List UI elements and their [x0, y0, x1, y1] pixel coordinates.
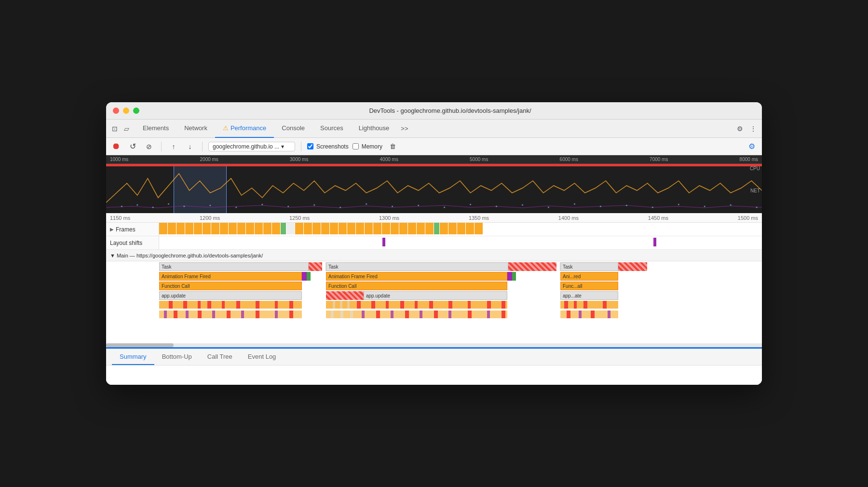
svg-rect-36: [289, 301, 293, 309]
memory-checkbox-group[interactable]: Memory: [353, 143, 382, 150]
svg-rect-72: [376, 311, 380, 318]
frame-block: [466, 223, 475, 234]
download-button[interactable]: ↓: [184, 140, 196, 153]
svg-rect-47: [448, 301, 452, 309]
layout-shift-marker-1: [382, 238, 385, 246]
detail-tick-1500: 1500 ms: [738, 215, 758, 221]
layout-shifts-content: [159, 236, 762, 249]
detail-tick-1450: 1450 ms: [648, 215, 668, 221]
device-icon[interactable]: ▱: [122, 124, 131, 134]
timeline-ruler-overview: 1000 ms 2000 ms 3000 ms 4000 ms 5000 ms …: [106, 155, 762, 164]
close-button[interactable]: [113, 108, 119, 114]
frame-block: [176, 223, 185, 234]
tab-bar: ⊡ ▱ Elements Network ⚠ Performance Conso…: [106, 120, 762, 138]
svg-rect-74: [405, 311, 409, 318]
frame-block: [263, 223, 272, 234]
detail-tick-1150: 1150 ms: [110, 215, 130, 221]
tab-summary[interactable]: Summary: [112, 349, 154, 365]
svg-point-10: [339, 207, 341, 208]
traffic-lights: [113, 108, 139, 114]
horizontal-scrollbar[interactable]: [106, 343, 762, 347]
tab-icons: ⊡ ▱: [110, 124, 131, 134]
scrollbar-thumb[interactable]: [106, 343, 174, 347]
more-options-icon[interactable]: ⋮: [748, 124, 758, 134]
tab-bar-actions: ⚙ ⋮: [735, 124, 758, 134]
svg-point-18: [548, 207, 549, 208]
maximize-button[interactable]: [133, 108, 139, 114]
minimize-button[interactable]: [123, 108, 129, 114]
tab-call-tree[interactable]: Call Tree: [200, 349, 240, 365]
clear-profile-icon[interactable]: 🗑: [386, 140, 399, 153]
frame-block-green-2: [434, 223, 440, 234]
devtools-settings-icon[interactable]: ⚙: [746, 140, 758, 153]
more-tabs-button[interactable]: >>: [397, 125, 412, 132]
frame-block: [211, 223, 220, 234]
reload-button[interactable]: ↺: [126, 140, 139, 153]
svg-rect-35: [275, 301, 278, 309]
frames-label[interactable]: ▶ Frames: [106, 223, 159, 236]
svg-rect-33: [236, 301, 240, 309]
animation-fired-3: Ani...red: [560, 272, 618, 281]
window-title: DevTools - googlechrome.github.io/devtoo…: [145, 107, 755, 114]
frame-gap: [286, 223, 295, 234]
screenshots-checkbox-group[interactable]: Screenshots: [307, 143, 349, 150]
svg-rect-30: [198, 301, 201, 309]
record-button[interactable]: ⏺: [110, 140, 122, 153]
flame-chart-area[interactable]: Task Task Task Animation Frame Fired Ani…: [106, 261, 762, 343]
screenshots-checkbox[interactable]: [307, 143, 313, 149]
url-dropdown[interactable]: googlechrome.github.io ... ▾: [208, 142, 295, 151]
main-thread-header: ▼ Main — https://googlechrome.github.io/…: [106, 250, 762, 261]
svg-rect-84: [591, 311, 595, 318]
green-bar-1: [307, 272, 311, 281]
titlebar: DevTools - googlechrome.github.io/devtoo…: [106, 102, 762, 120]
svg-point-17: [522, 204, 523, 206]
tab-sources[interactable]: Sources: [312, 120, 351, 138]
svg-point-6: [235, 207, 237, 208]
tab-lighthouse[interactable]: Lighthouse: [351, 120, 397, 138]
inspect-icon[interactable]: ⊡: [110, 124, 120, 134]
svg-rect-34: [256, 301, 259, 309]
overview-timeline[interactable]: 1000 ms 2000 ms 3000 ms 4000 ms 5000 ms …: [106, 155, 762, 213]
frame-block: [457, 223, 466, 234]
detail-ruler: 1150 ms 1200 ms 1250 ms 1300 ms 1350 ms …: [106, 213, 762, 223]
svg-rect-50: [502, 301, 505, 309]
svg-point-15: [470, 204, 471, 205]
frames-arrow: ▶: [110, 227, 114, 232]
svg-rect-52: [564, 301, 568, 309]
tick-5000: 5000 ms: [470, 157, 488, 162]
tab-bottom-up[interactable]: Bottom-Up: [154, 349, 200, 365]
frame-block: [237, 223, 246, 234]
svg-rect-53: [574, 301, 577, 309]
tick-1000: 1000 ms: [110, 157, 128, 162]
frame-block: [330, 223, 339, 234]
svg-rect-73: [391, 311, 393, 318]
clear-button[interactable]: ⊘: [143, 140, 155, 153]
svg-rect-31: [207, 301, 211, 309]
svg-rect-69: [340, 311, 343, 318]
frame-block: [203, 223, 211, 234]
svg-rect-66: [289, 311, 293, 318]
frame-block: [185, 223, 194, 234]
purple-bar-1: [302, 272, 307, 281]
frame-block: [168, 223, 176, 234]
layout-shifts-row: [159, 236, 762, 248]
task-red-2: [508, 262, 556, 271]
svg-rect-78: [468, 311, 472, 318]
function-call-1: Function Call: [159, 282, 302, 290]
separator-1: [161, 142, 162, 151]
tab-performance[interactable]: ⚠ Performance: [215, 120, 274, 138]
frame-block: [220, 223, 229, 234]
tab-event-log[interactable]: Event Log: [240, 349, 284, 365]
tab-elements[interactable]: Elements: [135, 120, 176, 138]
upload-button[interactable]: ↑: [167, 140, 180, 153]
tab-console[interactable]: Console: [274, 120, 312, 138]
frames-content: [159, 223, 762, 236]
memory-checkbox[interactable]: [353, 143, 359, 149]
devtools-window: DevTools - googlechrome.github.io/devtoo…: [106, 102, 762, 385]
svg-rect-54: [583, 301, 587, 309]
frame-block: [440, 223, 448, 234]
tick-2000: 2000 ms: [200, 157, 218, 162]
settings-icon[interactable]: ⚙: [735, 124, 745, 134]
tab-network[interactable]: Network: [176, 120, 215, 138]
task-red-3: [618, 262, 647, 271]
